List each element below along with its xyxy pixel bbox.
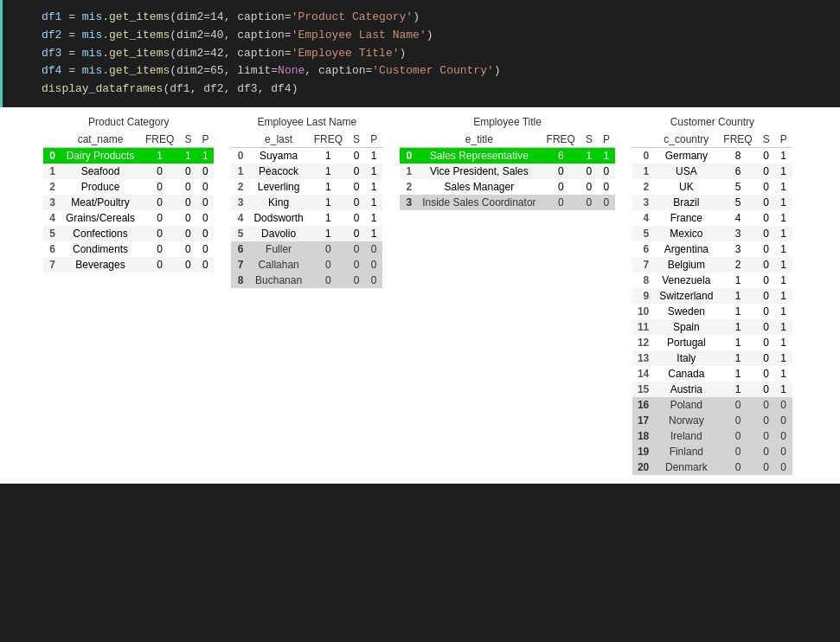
- cell-value: 0: [758, 413, 775, 428]
- table-row: 5Mexico301: [632, 226, 792, 241]
- cell-value: 3: [718, 241, 757, 257]
- row-index: 6: [43, 241, 61, 257]
- cell-value: 0: [365, 241, 382, 257]
- table-row: 2UK501: [632, 179, 792, 195]
- row-index: 2: [400, 179, 417, 195]
- row-index: 0: [43, 147, 61, 164]
- cell-value: 1: [718, 304, 757, 319]
- table-row: 0Sales Representative611: [400, 147, 615, 164]
- cell-value: 0: [542, 164, 580, 179]
- table-row: 4Grains/Cereals000: [43, 210, 214, 226]
- row-index: 3: [231, 195, 248, 210]
- table-row: 16Poland000: [632, 397, 792, 413]
- col-header: S: [179, 132, 196, 148]
- table-row: 8Buchanan000: [231, 273, 382, 288]
- cell-value: Dairy Products: [61, 147, 140, 164]
- cell-value: 0: [140, 179, 179, 195]
- cell-value: 0: [758, 397, 775, 413]
- table-row: 13Italy101: [632, 350, 792, 366]
- data-table: c_countryFREQSP0Germany8011USA6012UK5013…: [632, 132, 792, 475]
- cell-value: Belgium: [654, 257, 718, 273]
- row-index: 0: [632, 147, 654, 164]
- col-header: [632, 132, 654, 148]
- cell-value: 6: [542, 147, 580, 164]
- cell-value: 1: [598, 147, 615, 164]
- cell-value: 0: [598, 164, 615, 179]
- cell-value: 0: [758, 382, 775, 397]
- cell-value: Ireland: [654, 428, 718, 444]
- cell-value: 0: [348, 195, 365, 210]
- cell-value: 1: [365, 179, 382, 195]
- cell-value: 0: [775, 397, 792, 413]
- cell-value: 0: [140, 257, 179, 273]
- cell-value: King: [248, 195, 308, 210]
- table-row: 6Argentina301: [632, 241, 792, 257]
- row-index: 15: [632, 382, 654, 397]
- cell-value: Sales Manager: [417, 179, 541, 195]
- row-index: 1: [632, 164, 654, 179]
- cell-value: Mexico: [654, 226, 718, 241]
- cell-value: Dodsworth: [248, 210, 308, 226]
- cell-value: 1: [775, 241, 792, 257]
- cell-value: 0: [348, 147, 365, 164]
- cell-value: 0: [196, 241, 214, 257]
- cell-value: 0: [348, 257, 365, 273]
- cell-value: 1: [775, 273, 792, 288]
- row-index: 8: [632, 273, 654, 288]
- col-header: c_country: [654, 132, 718, 148]
- col-header: P: [598, 132, 615, 148]
- cell-value: 1: [718, 366, 757, 382]
- cell-value: 1: [775, 304, 792, 319]
- row-index: 9: [632, 288, 654, 304]
- cell-value: 0: [196, 257, 214, 273]
- cell-value: 1: [309, 226, 348, 241]
- table-row: 7Beverages000: [43, 257, 214, 273]
- col-header: [231, 132, 248, 148]
- cell-value: Confections: [61, 226, 140, 241]
- col-header: FREQ: [309, 132, 348, 148]
- row-index: 19: [632, 444, 654, 459]
- table-row: 1Vice President, Sales000: [400, 164, 615, 179]
- cell-value: Canada: [654, 366, 718, 382]
- row-index: 12: [632, 335, 654, 350]
- table-row: 3King101: [231, 195, 382, 210]
- cell-value: 0: [758, 226, 775, 241]
- cell-value: 1: [775, 382, 792, 397]
- cell-value: Meat/Poultry: [61, 195, 140, 210]
- cell-value: Peacock: [248, 164, 308, 179]
- cell-value: Fuller: [248, 241, 308, 257]
- cell-value: Vice President, Sales: [417, 164, 541, 179]
- cell-value: Finland: [654, 444, 718, 459]
- data-table: e_titleFREQSP0Sales Representative6111Vi…: [400, 132, 615, 210]
- cell-value: 0: [718, 397, 757, 413]
- cell-value: 0: [758, 428, 775, 444]
- cell-value: 0: [758, 444, 775, 459]
- row-index: 2: [43, 179, 61, 195]
- cell-value: 0: [309, 257, 348, 273]
- row-index: 1: [231, 164, 248, 179]
- cell-number: [3, 7, 42, 100]
- cell-value: 1: [179, 147, 196, 164]
- cell-value: 1: [775, 164, 792, 179]
- cell-code: df1 = mis.get_items(dim2=14, caption='Pr…: [42, 7, 840, 100]
- table-row: 0Germany801: [632, 147, 792, 164]
- row-index: 3: [632, 195, 654, 210]
- code-line: df3 = mis.get_items(dim2=42, caption='Em…: [42, 45, 840, 63]
- cell-value: 2: [718, 257, 757, 273]
- cell-value: 0: [140, 241, 179, 257]
- cell-value: 1: [775, 319, 792, 335]
- table-row: 20Denmark000: [632, 459, 792, 475]
- cell-value: 1: [775, 257, 792, 273]
- cell-value: Venezuela: [654, 273, 718, 288]
- col-header: P: [775, 132, 792, 148]
- row-index: 7: [632, 257, 654, 273]
- cell-value: 1: [309, 164, 348, 179]
- row-index: 6: [632, 241, 654, 257]
- row-index: 4: [632, 210, 654, 226]
- table-row: 17Norway000: [632, 413, 792, 428]
- row-index: 0: [231, 147, 248, 164]
- table-row: 11Spain101: [632, 319, 792, 335]
- table-row: 7Callahan000: [231, 257, 382, 273]
- cell-value: 0: [580, 164, 598, 179]
- code-line: df4 = mis.get_items(dim2=65, limit=None,…: [42, 62, 840, 80]
